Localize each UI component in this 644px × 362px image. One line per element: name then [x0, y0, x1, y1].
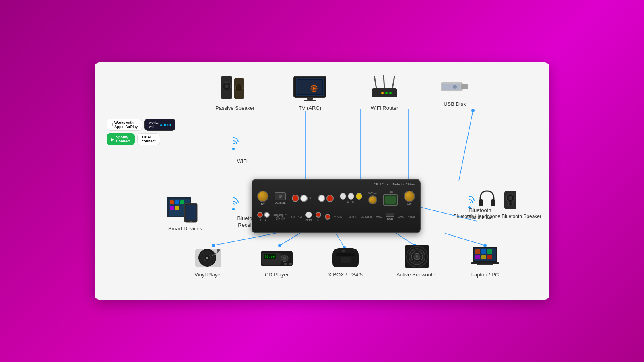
- active-subwoofer-device: Active Subwoofer: [396, 243, 437, 278]
- laptop-device: Laptop / PC: [469, 245, 501, 278]
- tv-arc-device: TV (ARC): [292, 74, 328, 111]
- svg-point-21: [235, 84, 243, 91]
- svg-rect-72: [336, 253, 355, 256]
- passive-speaker-icon: [219, 74, 251, 103]
- svg-rect-38: [461, 84, 468, 89]
- svg-rect-71: [289, 263, 292, 265]
- laptop-label: Laptop / PC: [471, 272, 499, 278]
- headphone-icon: [476, 187, 498, 211]
- wifi-waves-left: [228, 140, 239, 151]
- service-badges:  Works withApple AirPlay workswith alex…: [107, 119, 175, 148]
- svg-rect-83: [475, 249, 480, 254]
- wifi-router-icon: [368, 74, 400, 103]
- svg-point-80: [416, 255, 418, 258]
- svg-rect-39: [442, 84, 460, 90]
- svg-rect-43: [170, 200, 174, 204]
- svg-rect-70: [284, 263, 287, 265]
- svg-line-6: [280, 233, 300, 245]
- svg-point-62: [217, 249, 220, 252]
- svg-rect-88: [487, 255, 492, 259]
- vinyl-player-label: Vinyl Player: [194, 272, 222, 278]
- svg-line-30: [374, 76, 376, 88]
- svg-rect-45: [180, 200, 184, 204]
- svg-rect-28: [307, 97, 313, 100]
- bt-speaker-icon: [502, 189, 518, 211]
- laptop-icon: [469, 245, 501, 269]
- amp-certification: CE FC: [374, 183, 384, 186]
- svg-rect-52: [491, 199, 495, 206]
- passive-speaker-device: Passive Speaker: [215, 74, 255, 111]
- svg-rect-89: [471, 262, 499, 264]
- svg-rect-51: [479, 199, 483, 206]
- alexa-badge: workswith alexa: [144, 119, 175, 131]
- smart-devices-icon: [165, 193, 205, 223]
- wifi-router-device: WiFi Router: [368, 74, 400, 111]
- xbox-label: X BOX / PS4/5: [328, 272, 363, 278]
- xbox-icon: [330, 245, 361, 269]
- svg-line-3: [459, 111, 473, 181]
- svg-point-19: [225, 84, 229, 88]
- main-card: Passive Speaker TV (ARC): [95, 62, 549, 300]
- svg-point-35: [385, 92, 388, 94]
- svg-rect-84: [481, 249, 486, 254]
- svg-line-9: [445, 233, 485, 245]
- svg-point-16: [471, 109, 475, 112]
- svg-rect-46: [170, 206, 174, 210]
- smart-devices-device: Smart Devices: [165, 193, 205, 232]
- svg-rect-29: [304, 100, 316, 101]
- svg-rect-85: [487, 249, 492, 254]
- svg-point-50: [190, 221, 192, 222]
- svg-point-36: [381, 92, 384, 94]
- bt-headphone-device: Bluetooth Headphone Bluetooth Speaker: [454, 187, 541, 219]
- svg-rect-86: [475, 255, 480, 259]
- bt-headphone-label: Bluetooth Headphone Bluetooth Speaker: [454, 214, 541, 219]
- svg-rect-44: [175, 200, 179, 204]
- amp-made-in: Made in China: [392, 183, 415, 186]
- svg-rect-47: [175, 206, 179, 210]
- tv-icon: [292, 74, 328, 103]
- cd-player-icon: 00:00: [260, 247, 294, 269]
- svg-rect-74: [341, 257, 351, 263]
- airplay-badge:  Works withApple AirPlay: [107, 119, 142, 131]
- svg-point-69: [283, 257, 286, 260]
- spotify-badge: ▶ SpotifyConnect: [107, 133, 135, 145]
- usb-disk-label: USB Disk: [444, 101, 466, 107]
- svg-point-40: [453, 85, 457, 89]
- svg-rect-25: [297, 80, 322, 94]
- svg-rect-73: [342, 250, 345, 252]
- tv-arc-label: TV (ARC): [299, 105, 321, 111]
- tidal-badge: TIDALconnect: [137, 133, 160, 145]
- passive-speaker-label: Passive Speaker: [215, 105, 255, 111]
- svg-line-32: [392, 76, 394, 88]
- amplifier: BT DC input + −: [252, 179, 421, 233]
- wifi-label: WiFi: [237, 158, 248, 164]
- svg-point-56: [508, 202, 512, 206]
- svg-rect-33: [372, 88, 397, 97]
- cd-player-label: CD Player: [265, 272, 289, 278]
- svg-rect-49: [186, 205, 196, 220]
- usb-disk-icon: [439, 74, 471, 99]
- usb-disk-device: USB Disk: [439, 74, 471, 107]
- cd-player-device: 00:00 CD Player: [260, 247, 294, 278]
- svg-point-55: [508, 196, 512, 200]
- wifi-router-label: WiFi Router: [371, 105, 398, 111]
- svg-point-34: [389, 92, 392, 94]
- vinyl-player-icon: [193, 243, 223, 269]
- svg-rect-90: [477, 264, 493, 265]
- svg-rect-87: [481, 255, 486, 259]
- smart-devices-label: Smart Devices: [168, 226, 202, 232]
- svg-line-31: [384, 76, 384, 88]
- xbox-device: X BOX / PS4/5: [328, 245, 363, 278]
- vinyl-player-device: Vinyl Player: [193, 243, 223, 278]
- svg-text:00:00: 00:00: [265, 255, 275, 259]
- bt-receiver-waves: [228, 200, 239, 211]
- active-subwoofer-label: Active Subwoofer: [396, 272, 437, 278]
- subwoofer-icon: [403, 243, 431, 269]
- svg-point-12: [278, 244, 281, 247]
- svg-point-61: [206, 257, 208, 259]
